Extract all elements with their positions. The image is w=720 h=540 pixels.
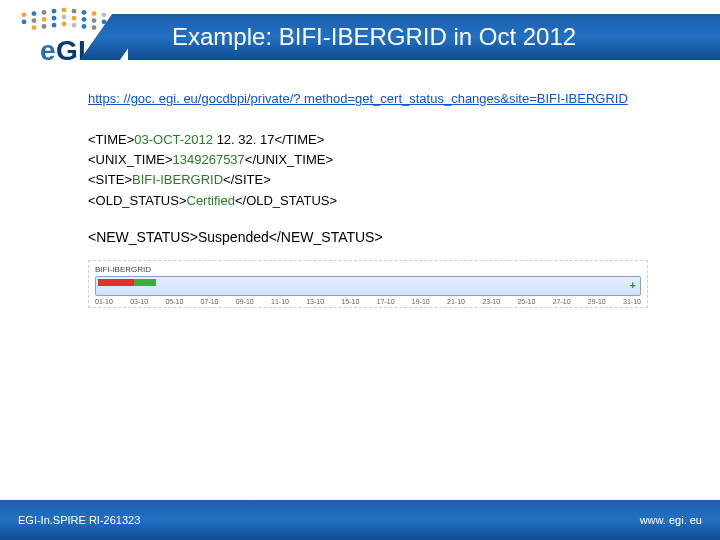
svg-text:G: G xyxy=(56,35,78,66)
xml-tag: <UNIX_TIME> xyxy=(88,152,173,167)
axis-tick: 31-10 xyxy=(623,298,641,305)
xml-tag: <SITE> xyxy=(88,172,132,187)
axis-tick: 25-10 xyxy=(517,298,535,305)
gocdb-url-link[interactable]: https: //goc. egi. eu/gocdbpi/private/? … xyxy=(88,90,648,108)
svg-point-19 xyxy=(42,24,47,29)
xml-site-value: BIFI-IBERGRID xyxy=(132,172,223,187)
svg-point-16 xyxy=(92,18,97,23)
xml-unix-line: <UNIX_TIME>1349267537</UNIX_TIME> xyxy=(88,150,648,170)
axis-tick: 15-10 xyxy=(341,298,359,305)
slide-footer: EGI-In.SPIRE RI-261323 www. egi. eu xyxy=(0,500,720,540)
xml-tag: </UNIX_TIME> xyxy=(245,152,333,167)
slide-title: Example: BIFI-IBERGRID in Oct 2012 xyxy=(172,23,576,51)
axis-tick: 27-10 xyxy=(553,298,571,305)
xml-new-status-line: <NEW_STATUS>Suspended</NEW_STATUS> xyxy=(88,227,648,248)
svg-point-20 xyxy=(52,23,57,28)
bar-green-segment xyxy=(134,279,156,286)
chart-bar-area: + xyxy=(95,276,641,296)
axis-tick: 13-10 xyxy=(306,298,324,305)
svg-point-24 xyxy=(92,25,97,30)
slide-header: e G I Example: BIFI-IBERGRID in Oct 2012 xyxy=(0,0,720,72)
xml-tag: <TIME> xyxy=(88,132,134,147)
axis-tick: 11-10 xyxy=(271,298,289,305)
svg-text:I: I xyxy=(78,35,86,66)
footer-right: www. egi. eu xyxy=(640,514,702,526)
svg-point-0 xyxy=(22,12,27,17)
chart-x-axis: 01-1003-1005-1007-1009-1011-1013-1015-10… xyxy=(95,298,641,305)
xml-tag: <NEW_STATUS> xyxy=(88,229,198,245)
svg-point-7 xyxy=(92,11,97,16)
svg-point-9 xyxy=(22,19,27,24)
xml-tag: </OLD_STATUS> xyxy=(235,193,337,208)
axis-tick: 17-10 xyxy=(377,298,395,305)
svg-point-22 xyxy=(72,23,77,28)
availability-chart: BIFI-IBERGRID + 01-1003-1005-1007-1009-1… xyxy=(88,260,648,308)
svg-point-11 xyxy=(42,17,47,22)
axis-tick: 05-10 xyxy=(165,298,183,305)
axis-tick: 01-10 xyxy=(95,298,113,305)
xml-old-status-line: <OLD_STATUS>Certified</OLD_STATUS> xyxy=(88,191,648,211)
bar-red-segment xyxy=(98,279,134,286)
axis-tick: 19-10 xyxy=(412,298,430,305)
footer-left: EGI-In.SPIRE RI-261323 xyxy=(18,514,140,526)
axis-tick: 23-10 xyxy=(482,298,500,305)
svg-point-21 xyxy=(62,22,67,27)
xml-unix-value: 1349267537 xyxy=(173,152,245,167)
xml-tag: </NEW_STATUS> xyxy=(269,229,383,245)
svg-point-15 xyxy=(82,17,87,22)
slide-content: https: //goc. egi. eu/gocdbpi/private/? … xyxy=(0,72,720,308)
svg-point-18 xyxy=(32,25,37,30)
xml-new-status-value: Suspended xyxy=(198,229,269,245)
svg-text:e: e xyxy=(40,35,56,66)
svg-point-2 xyxy=(42,10,47,15)
slide-title-bar: Example: BIFI-IBERGRID in Oct 2012 xyxy=(128,14,720,60)
axis-tick: 09-10 xyxy=(236,298,254,305)
svg-point-10 xyxy=(32,18,37,23)
xml-old-status-value: Certified xyxy=(187,193,235,208)
xml-time-line: <TIME>03-OCT-2012 12. 32. 17</TIME> xyxy=(88,130,648,150)
xml-site-line: <SITE>BIFI-IBERGRID</SITE> xyxy=(88,170,648,190)
xml-time-value: 03-OCT-2012 xyxy=(134,132,213,147)
xml-tag: <OLD_STATUS> xyxy=(88,193,187,208)
xml-tag: </SITE> xyxy=(223,172,271,187)
svg-point-14 xyxy=(72,16,77,21)
svg-point-1 xyxy=(32,11,37,16)
xml-response-block: <TIME>03-OCT-2012 12. 32. 17</TIME> <UNI… xyxy=(88,130,648,211)
svg-point-23 xyxy=(82,24,87,29)
svg-point-8 xyxy=(102,12,107,17)
axis-tick: 21-10 xyxy=(447,298,465,305)
svg-point-12 xyxy=(52,16,57,21)
svg-point-13 xyxy=(62,15,67,20)
svg-point-5 xyxy=(72,9,77,14)
chart-title: BIFI-IBERGRID xyxy=(95,265,641,274)
axis-tick: 07-10 xyxy=(201,298,219,305)
svg-point-6 xyxy=(82,10,87,15)
axis-tick: 29-10 xyxy=(588,298,606,305)
svg-point-4 xyxy=(62,8,67,13)
svg-point-3 xyxy=(52,9,57,14)
axis-tick: 03-10 xyxy=(130,298,148,305)
xml-tag: 12. 32. 17</TIME> xyxy=(213,132,324,147)
expand-icon[interactable]: + xyxy=(630,279,636,291)
